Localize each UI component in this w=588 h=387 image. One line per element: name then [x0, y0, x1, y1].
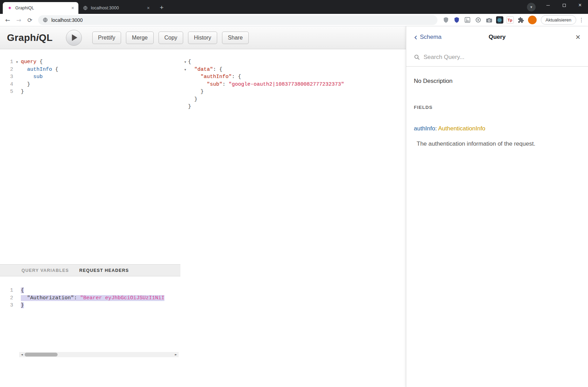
copy-button[interactable]: Copy: [159, 32, 183, 44]
extension-shield-icon[interactable]: [442, 16, 450, 24]
code-line: 1{: [0, 287, 180, 294]
line-number: 2: [0, 66, 13, 74]
code-line: 1▾query {: [0, 58, 180, 66]
fields-header: FIELDS: [414, 105, 580, 110]
scrollbar-track[interactable]: [25, 352, 173, 357]
doc-close-icon[interactable]: ×: [576, 33, 580, 41]
execute-query-button[interactable]: [66, 30, 82, 46]
history-button[interactable]: History: [188, 32, 217, 44]
field-description: The authentication information of the re…: [417, 140, 580, 147]
reload-icon[interactable]: ⟳: [25, 15, 35, 25]
extension-blue-shield-icon[interactable]: [453, 16, 461, 24]
site-info-globe-icon[interactable]: [43, 17, 48, 23]
extension-lens-icon[interactable]: [475, 16, 482, 24]
scroll-right-icon[interactable]: ►: [173, 351, 179, 358]
doc-back-link[interactable]: ‹Schema: [414, 33, 442, 42]
merge-button[interactable]: Merge: [126, 32, 153, 44]
browser-navbar: ← → ⟳ localhost:3000 Tp Aktualisier: [0, 14, 588, 26]
tab-request-headers[interactable]: REQUEST HEADERS: [79, 268, 129, 273]
fold-arrow-icon[interactable]: ▾: [182, 58, 188, 66]
code-line: }: [182, 88, 406, 96]
code-text: "Authorization": "Bearer eyJhbGciOiJSUzI…: [21, 294, 164, 302]
code-text: }: [188, 103, 191, 111]
code-text: }: [21, 302, 24, 309]
fold-arrow-icon[interactable]: ▾: [13, 58, 21, 66]
code-text: }: [21, 81, 30, 88]
doc-content: No Description FIELDS authInfo: Authenti…: [406, 67, 588, 147]
line-number: 2: [0, 294, 13, 302]
code-line: }: [182, 96, 406, 103]
type-description: No Description: [414, 78, 580, 85]
code-text: "authInfo": {: [188, 73, 241, 81]
doc-explorer-header: Query ‹Schema ×: [406, 26, 588, 48]
tab-query-variables[interactable]: QUERY VARIABLES: [22, 268, 69, 273]
back-icon[interactable]: ←: [3, 15, 12, 25]
prettify-button[interactable]: Prettify: [92, 32, 121, 44]
profile-avatar[interactable]: [528, 16, 537, 24]
share-button[interactable]: Share: [222, 32, 249, 44]
browser-tab-localhost[interactable]: localhost:3000 ×: [78, 2, 154, 14]
tab-close-icon[interactable]: ×: [70, 5, 76, 11]
code-text: {: [188, 58, 191, 66]
code-text: authInfo {: [21, 66, 58, 74]
code-line: }: [182, 103, 406, 111]
scroll-left-icon[interactable]: ◄: [19, 351, 25, 358]
extension-image-icon[interactable]: [464, 16, 471, 24]
horizontal-scrollbar[interactable]: ◄ ►: [19, 352, 179, 357]
code-line: ▾{: [182, 58, 406, 66]
forward-icon[interactable]: →: [14, 15, 24, 25]
extension-tampermonkey-icon[interactable]: Tp: [506, 16, 514, 24]
line-number: 4: [0, 81, 13, 88]
field-type-link[interactable]: AuthenticationInfo: [438, 125, 485, 132]
code-line: 4 }: [0, 81, 180, 88]
play-icon: [71, 34, 77, 41]
code-line: 2 "Authorization": "Bearer eyJhbGciOiJSU…: [0, 294, 180, 302]
new-tab-icon[interactable]: +: [157, 3, 167, 12]
url-text: localhost:3000: [51, 17, 83, 23]
line-number: 5: [0, 88, 13, 96]
chevron-left-icon: ‹: [414, 33, 417, 42]
tab-title: localhost:3000: [91, 6, 143, 10]
code-text: query {: [21, 58, 43, 66]
tab-close-icon[interactable]: ×: [145, 5, 151, 11]
request-headers-editor[interactable]: 1{ 2 "Authorization": "Bearer eyJhbGciOi…: [0, 276, 180, 358]
code-line: 5}: [0, 88, 180, 96]
browser-tab-strip: ✶ GraphiQL × localhost:3000 × + ▾ ×: [0, 0, 588, 14]
extension-react-devtools-icon[interactable]: [496, 16, 503, 24]
scrollbar-thumb[interactable]: [25, 353, 58, 356]
minimize-icon[interactable]: [540, 0, 556, 10]
address-bar[interactable]: localhost:3000: [38, 15, 437, 25]
search-icon: [414, 54, 420, 60]
query-editor[interactable]: 1▾query { 2 authInfo { 3 sub 4 } 5}: [0, 49, 180, 264]
doc-search-input[interactable]: [424, 54, 580, 61]
code-line: "authInfo": {: [182, 73, 406, 81]
doc-explorer-panel: Query ‹Schema × No Description FIELDS au…: [406, 26, 588, 387]
code-text: }: [21, 88, 24, 96]
result-viewer[interactable]: ▾{ ▾ "data": { "authInfo": { "sub": "goo…: [180, 49, 406, 387]
graphql-favicon-icon: ✶: [7, 5, 12, 11]
maximize-icon[interactable]: [556, 0, 572, 10]
code-text: "sub": "google-oauth2|108377380082777232…: [188, 81, 344, 88]
graphiql-toolbar: GraphiQL Prettify Merge Copy History Sha…: [0, 26, 406, 49]
window-controls: ×: [540, 0, 588, 10]
browser-tab-graphiql[interactable]: ✶ GraphiQL ×: [3, 2, 78, 14]
globe-favicon-icon: [83, 5, 88, 11]
code-line: 2 authInfo {: [0, 66, 180, 74]
extensions-row: Tp: [441, 16, 526, 24]
fold-arrow-icon[interactable]: ▾: [182, 66, 188, 74]
code-text: }: [188, 88, 204, 96]
code-text: sub: [21, 73, 43, 81]
code-text: "data": {: [188, 66, 222, 74]
extension-camera-icon[interactable]: [485, 16, 493, 24]
tab-search-icon[interactable]: ▾: [527, 3, 536, 11]
update-browser-button[interactable]: Aktualisieren: [541, 15, 576, 25]
browser-menu-icon[interactable]: ⋮: [578, 17, 585, 23]
code-line: 3}: [0, 302, 180, 309]
editor-pane-filler: [0, 358, 180, 387]
extensions-puzzle-icon[interactable]: [517, 16, 525, 24]
editor-pane: 1▾query { 2 authInfo { 3 sub 4 } 5} QUER…: [0, 49, 180, 387]
field-name-link[interactable]: authInfo: [414, 125, 435, 132]
close-icon[interactable]: ×: [572, 0, 588, 10]
line-number: 3: [0, 302, 13, 309]
graphiql-app: GraphiQL Prettify Merge Copy History Sha…: [0, 26, 588, 387]
